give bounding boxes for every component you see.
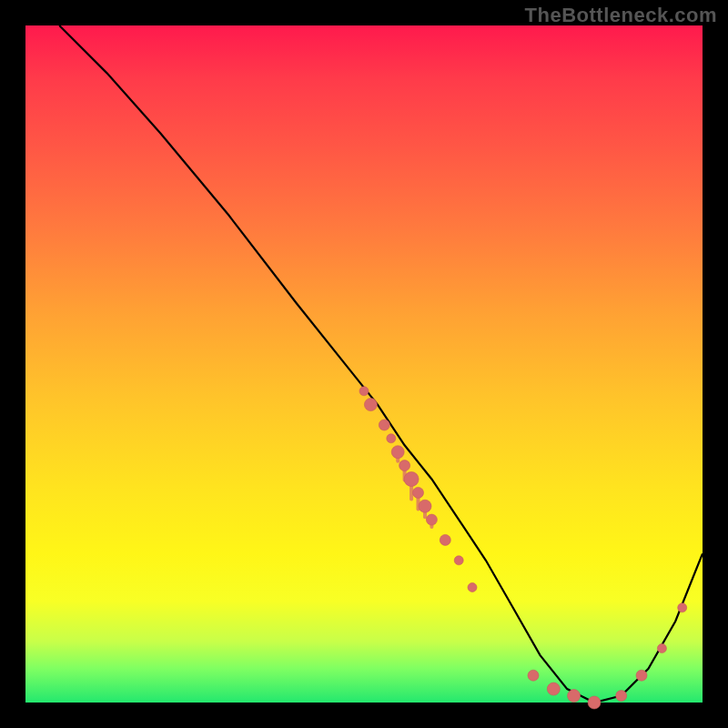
data-point: [616, 691, 627, 702]
data-point: [528, 670, 539, 681]
data-point: [391, 446, 404, 459]
data-point: [379, 420, 389, 430]
data-point: [359, 387, 369, 396]
data-point: [426, 514, 437, 525]
data-point: [678, 603, 687, 612]
data-point: [547, 682, 560, 695]
data-point: [399, 460, 410, 471]
data-point: [387, 434, 396, 443]
data-point: [454, 556, 463, 565]
data-point: [588, 696, 601, 709]
data-point: [404, 472, 419, 487]
bottleneck-curve: [59, 25, 703, 703]
data-point: [468, 583, 477, 592]
data-point: [364, 399, 377, 411]
data-point: [419, 500, 431, 512]
data-point: [413, 487, 424, 498]
plot-area: [25, 25, 703, 703]
data-point: [440, 534, 450, 545]
chart-container: TheBottleneck.com: [0, 0, 728, 728]
data-point: [657, 644, 666, 653]
watermark-text: TheBottleneck.com: [525, 4, 717, 27]
data-point: [568, 690, 581, 703]
curve-svg: [25, 25, 703, 703]
data-point: [636, 670, 647, 681]
markers-group: [359, 387, 687, 709]
